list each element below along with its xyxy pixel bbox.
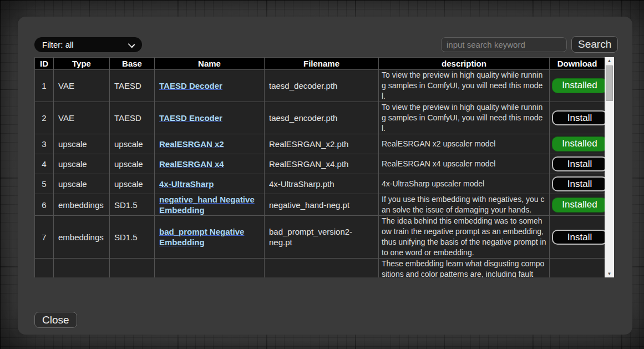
model-name-link[interactable]: TAESD Decoder (159, 81, 222, 90)
table-header-row: ID Type Base Name Filename description D… (35, 58, 605, 70)
scroll-up-icon[interactable]: ▲ (605, 57, 614, 64)
scroll-down-icon[interactable]: ▼ (605, 270, 614, 277)
cell-filename: bad_prompt_version2-neg.pt (265, 216, 379, 259)
cell-description: RealESRGAN x2 upscaler model (379, 134, 550, 154)
cell-id: 6 (35, 194, 54, 216)
filter-select[interactable]: Filter: all (34, 37, 142, 52)
table-row: These embedding learn what disgusting co… (35, 259, 605, 278)
cell-name: bad_prompt Negative Embedding (155, 216, 265, 259)
cell-download: Installed (550, 134, 605, 154)
cell-name: RealESRGAN x2 (155, 134, 265, 154)
cell-description: To view the preview in high quality whil… (379, 70, 550, 102)
table-row: 1 VAE TAESD TAESD Decoder taesd_decoder.… (35, 70, 605, 102)
header-description: description (379, 58, 550, 70)
cell-download: Install (550, 154, 605, 174)
table-row: 5 upscale upscale 4x-UltraSharp 4x-Ultra… (35, 174, 605, 194)
cell-id: 7 (35, 216, 54, 259)
cell-filename: RealESRGAN_x2.pth (265, 134, 379, 154)
cell-download: Installed (550, 194, 605, 216)
cell-filename: taesd_encoder.pth (265, 102, 379, 134)
cell-base (110, 259, 155, 278)
table-row: 6 embeddings SD1.5 negative_hand Negativ… (35, 194, 605, 216)
cell-filename: RealESRGAN_x4.pth (265, 154, 379, 174)
cell-name: TAESD Decoder (155, 70, 265, 102)
download-button[interactable]: Installed (552, 78, 605, 93)
model-name-link[interactable]: RealESRGAN x4 (159, 159, 224, 169)
download-button[interactable]: Install (552, 110, 605, 125)
search-button[interactable]: Search (571, 36, 618, 53)
header-base: Base (110, 58, 155, 70)
table-scrollbar[interactable]: ▲ ▼ (605, 57, 614, 277)
cell-description: The idea behind this embedding was to so… (379, 216, 550, 259)
cell-name: RealESRGAN x4 (155, 154, 265, 174)
cell-type: embeddings (54, 194, 110, 216)
cell-type (54, 259, 110, 278)
model-name-link[interactable]: negative_hand Negative Embedding (159, 195, 255, 215)
table-row: 4 upscale upscale RealESRGAN x4 RealESRG… (35, 154, 605, 174)
model-name-link[interactable]: bad_prompt Negative Embedding (159, 227, 244, 247)
cell-type: VAE (54, 102, 110, 134)
cell-filename (265, 259, 379, 278)
cell-description: These embedding learn what disgusting co… (379, 259, 550, 278)
table-row: 2 VAE TAESD TAESD Encoder taesd_encoder.… (35, 102, 605, 134)
cell-download: Installed (550, 70, 605, 102)
cell-type: embeddings (54, 216, 110, 259)
cell-base: upscale (110, 154, 155, 174)
cell-type: VAE (54, 70, 110, 102)
download-button[interactable]: Installed (552, 198, 605, 213)
cell-description: 4x-UltraSharp upscaler model (379, 174, 550, 194)
close-button[interactable]: Close (34, 312, 77, 328)
scrollbar-thumb[interactable] (606, 65, 613, 101)
cell-description: RealESRGAN x4 upscaler model (379, 154, 550, 174)
cell-filename: taesd_decoder.pth (265, 70, 379, 102)
cell-type: upscale (54, 174, 110, 194)
cell-base: SD1.5 (110, 216, 155, 259)
cell-filename: negative_hand-neg.pt (265, 194, 379, 216)
model-table-body: 1 VAE TAESD TAESD Decoder taesd_decoder.… (35, 70, 605, 278)
cell-type: upscale (54, 134, 110, 154)
search-input[interactable] (441, 37, 567, 52)
install-models-dialog: Filter: all Search ID Type Base Name Fil… (18, 17, 632, 335)
cell-id: 1 (35, 70, 54, 102)
header-download: Download (550, 58, 605, 70)
cell-description: To view the preview in high quality whil… (379, 102, 550, 134)
download-button[interactable]: Install (552, 230, 605, 245)
cell-filename: 4x-UltraSharp.pth (265, 174, 379, 194)
model-name-link[interactable]: RealESRGAN x2 (159, 139, 224, 149)
cell-name (155, 259, 265, 278)
table-row: 3 upscale upscale RealESRGAN x2 RealESRG… (35, 134, 605, 154)
filter-dropdown-wrap: Filter: all (34, 37, 142, 52)
cell-download (550, 259, 605, 278)
model-table-container: ID Type Base Name Filename description D… (34, 57, 614, 277)
cell-download: Install (550, 102, 605, 134)
cell-base: TAESD (110, 102, 155, 134)
cell-name: 4x-UltraSharp (155, 174, 265, 194)
header-name: Name (155, 58, 265, 70)
cell-id: 4 (35, 154, 54, 174)
download-button[interactable]: Installed (552, 136, 605, 151)
header-type: Type (54, 58, 110, 70)
cell-name: TAESD Encoder (155, 102, 265, 134)
table-row: 7 embeddings SD1.5 bad_prompt Negative E… (35, 216, 605, 259)
cell-id: 2 (35, 102, 54, 134)
cell-base: SD1.5 (110, 194, 155, 216)
cell-type: upscale (54, 154, 110, 174)
header-filename: Filename (265, 58, 379, 70)
cell-id: 3 (35, 134, 54, 154)
cell-download: Install (550, 174, 605, 194)
cell-base: upscale (110, 174, 155, 194)
model-name-link[interactable]: TAESD Encoder (159, 113, 222, 123)
model-name-link[interactable]: 4x-UltraSharp (159, 179, 214, 189)
cell-name: negative_hand Negative Embedding (155, 194, 265, 216)
download-button[interactable]: Install (552, 156, 605, 171)
cell-base: TAESD (110, 70, 155, 102)
cell-download: Install (550, 216, 605, 259)
cell-base: upscale (110, 134, 155, 154)
header-id: ID (35, 58, 54, 70)
download-button[interactable]: Install (552, 176, 605, 191)
cell-id (35, 259, 54, 278)
model-table: ID Type Base Name Filename description D… (34, 57, 605, 277)
cell-id: 5 (35, 174, 54, 194)
cell-description: If you use this embedding with negatives… (379, 194, 550, 216)
